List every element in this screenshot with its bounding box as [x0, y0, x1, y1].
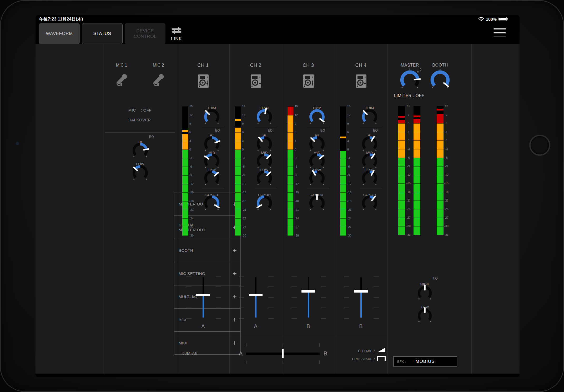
channel-eq-heading: EQ	[268, 129, 273, 132]
fader-tick	[321, 308, 326, 308]
meter-scale-label: -15	[347, 191, 356, 194]
meter-gridline	[235, 141, 241, 141]
fader-tick	[186, 318, 192, 319]
trim-knob[interactable]	[308, 107, 326, 127]
meter-scale-label: -12	[347, 182, 356, 185]
channel-assign-label: A	[201, 323, 205, 329]
fader-track-lower	[203, 295, 204, 318]
meter-zone	[414, 119, 420, 123]
fader-tick	[186, 287, 192, 287]
color-knob[interactable]	[255, 194, 274, 214]
fader-tick	[291, 276, 297, 277]
mic-panel: MIC 1 MIC 2 MIC : OFF TALKO	[103, 44, 177, 374]
meter-scale-label: 15	[189, 105, 198, 108]
channel-fader[interactable]	[177, 275, 229, 321]
meter-scale-label: -6	[442, 156, 451, 159]
cdj-player-icon	[197, 74, 209, 89]
channel-fader[interactable]	[229, 275, 282, 321]
fader-handle[interactable]	[249, 294, 263, 296]
meter-gridline	[235, 184, 241, 184]
mic1-label: MIC 1	[116, 63, 127, 68]
color-knob[interactable]	[308, 194, 326, 214]
meter-scale-label: 3	[404, 130, 413, 133]
fader-tick	[374, 287, 379, 287]
channel-eq-heading: EQ	[373, 129, 378, 132]
meter-gridline	[414, 192, 420, 192]
fader-tick	[186, 276, 192, 277]
channel-fader[interactable]	[335, 275, 387, 321]
fader-tick	[321, 297, 326, 298]
divider	[471, 44, 472, 374]
meter-gridline	[288, 141, 293, 141]
low-knob[interactable]	[360, 169, 379, 189]
meter-gridline	[288, 175, 293, 176]
meter-scale-label: -18	[295, 199, 304, 203]
fader-tick	[216, 308, 221, 308]
low-knob[interactable]	[308, 169, 326, 189]
transfer-arrows-icon	[170, 27, 183, 36]
fader-track-upper	[255, 277, 256, 295]
meter-scale-label: -24	[347, 217, 356, 220]
mic-eq-hi-knob[interactable]	[131, 141, 150, 161]
meter-gridline	[288, 149, 293, 150]
fader-tick	[291, 287, 297, 287]
meter-gridline	[340, 124, 346, 124]
meter-scale-label: 9	[404, 113, 413, 116]
fader-tick	[268, 318, 274, 319]
meter-scale-label: 9	[295, 122, 304, 125]
meter-gridline	[340, 141, 346, 141]
meter-gridline	[235, 210, 241, 210]
tab-status[interactable]: STATUS	[82, 23, 123, 44]
meter-gridline	[340, 167, 346, 167]
channel-name: CH 4	[355, 63, 366, 68]
meter-gridline	[340, 192, 346, 193]
meter-gridline	[414, 115, 420, 115]
fader-track-lower	[360, 292, 362, 318]
fader-tick	[216, 318, 221, 319]
microphone-icon	[151, 73, 166, 89]
link-button[interactable]: LINK	[167, 25, 187, 44]
tab-device-control[interactable]: DEVICE CONTROL	[125, 23, 165, 44]
fader-tick	[374, 297, 379, 298]
trim-knob[interactable]	[360, 107, 379, 127]
color-knob[interactable]	[202, 194, 221, 214]
meter-scale-label: -24	[242, 217, 251, 220]
meter-scale-label: 9	[347, 122, 356, 125]
trim-knob[interactable]	[202, 107, 221, 127]
meter-scale-label: -33	[404, 233, 413, 236]
fader-handle[interactable]	[354, 290, 368, 293]
hamburger-menu-icon[interactable]	[494, 28, 506, 37]
fader-handle[interactable]	[196, 294, 210, 296]
meter-scale-label: -15	[295, 191, 304, 194]
meter-scale-label: 0	[295, 148, 304, 151]
meter-gridline	[235, 115, 241, 115]
meter-scale-label: -12	[189, 182, 198, 185]
divider	[360, 188, 381, 188]
meter-scale-label: -24	[189, 217, 198, 220]
home-button[interactable]	[529, 135, 550, 156]
meter-peak-segment	[340, 137, 346, 138]
master-eq-high-knob[interactable]	[416, 284, 434, 303]
meter-scale-label: -24	[442, 207, 451, 210]
meter-scale-label: -3	[295, 156, 304, 159]
meter-scale-label: -9	[442, 164, 451, 168]
meter-gridline	[414, 106, 420, 107]
low-knob[interactable]	[202, 169, 221, 189]
trim-knob[interactable]	[255, 107, 274, 127]
color-knob[interactable]	[360, 194, 379, 214]
channel-fader[interactable]	[282, 275, 335, 321]
meter-gridline	[182, 210, 188, 210]
divider	[254, 127, 276, 127]
fader-tick	[216, 276, 221, 277]
master-eq-low-knob[interactable]	[416, 307, 434, 326]
fader-handle[interactable]	[301, 290, 315, 293]
mic-eq-low-knob[interactable]	[131, 163, 150, 183]
meter-gridline	[288, 115, 293, 115]
meter-peak-segment	[235, 119, 241, 121]
meter-scale-label: 0	[347, 148, 356, 151]
fader-tick	[239, 276, 244, 277]
low-knob[interactable]	[255, 169, 274, 189]
channel-eq-heading: EQ	[215, 129, 220, 132]
bfx-display[interactable]: BFX : MOBIUS	[393, 356, 457, 366]
tab-waveform[interactable]: WAVEFORM	[39, 23, 80, 44]
